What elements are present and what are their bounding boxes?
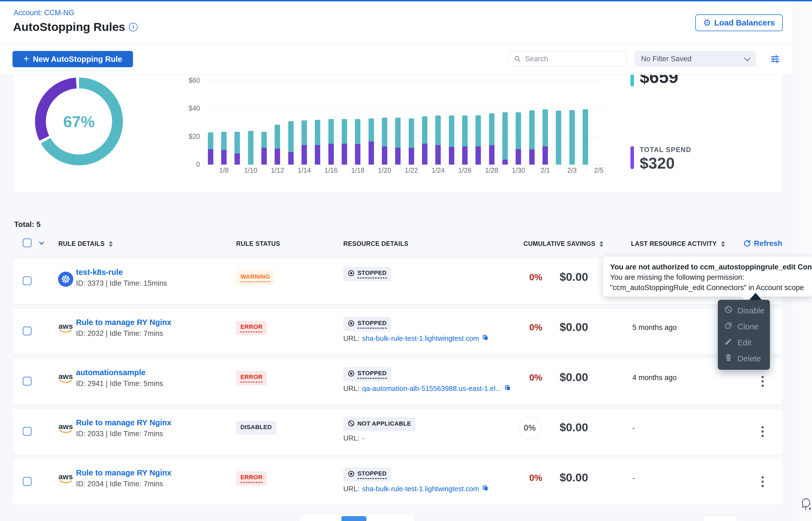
x-tick-label: 2/3 bbox=[561, 166, 583, 174]
sort-icon[interactable] bbox=[109, 241, 113, 247]
bar-spend bbox=[449, 147, 454, 164]
filter-sliders-icon[interactable] bbox=[770, 54, 780, 64]
pagination-current-page[interactable] bbox=[341, 516, 366, 521]
bar-savings bbox=[556, 111, 561, 164]
row-context-menu: DisableCloneEditDelete bbox=[718, 300, 770, 370]
context-menu-item-edit[interactable]: Edit bbox=[718, 335, 770, 350]
bar-savings bbox=[475, 115, 481, 146]
tooltip-line: "ccm_autoStoppingRule_edit Connectors" i… bbox=[610, 282, 812, 293]
context-menu-item-clone[interactable]: Clone bbox=[718, 318, 770, 335]
bar-savings bbox=[449, 115, 454, 147]
x-tick-label: 1/30 bbox=[508, 166, 529, 174]
x-tick-label: 1/22 bbox=[401, 166, 422, 174]
account-breadcrumb[interactable]: Account: CCM-NG bbox=[14, 9, 74, 17]
search-box bbox=[509, 51, 627, 67]
col-last-resource-activity[interactable]: LAST RESOURCE ACTIVITY bbox=[631, 240, 725, 248]
top-accent-line bbox=[0, 0, 812, 1]
bar-savings bbox=[261, 132, 267, 148]
copy-icon[interactable] bbox=[482, 484, 489, 493]
rule-name-link[interactable]: Rule to manage RY Nginx bbox=[76, 467, 171, 478]
refresh-button[interactable]: Refresh bbox=[743, 239, 782, 248]
rule-status-badge[interactable]: ERROR bbox=[236, 321, 267, 335]
row-checkbox[interactable] bbox=[23, 377, 31, 385]
y-tick-label: $40 bbox=[175, 104, 200, 112]
resource-url-link[interactable]: sha-bulk-rule-test-1.lightwingtest.com bbox=[362, 485, 479, 493]
row-checkbox[interactable] bbox=[23, 477, 31, 486]
content-area: 67% 0$20$40$60 1/81/101/121/141/161/181/… bbox=[0, 74, 792, 521]
bar-savings bbox=[221, 132, 227, 150]
bar-savings bbox=[395, 118, 401, 148]
rule-status-badge[interactable]: WARNING bbox=[236, 271, 274, 285]
page-header: Account: CCM-NG AutoStopping Rules i ⚙ L… bbox=[0, 1, 812, 44]
rule-name-link[interactable]: Rule to manage RY Nginx bbox=[76, 317, 171, 328]
copy-icon[interactable] bbox=[482, 334, 489, 343]
x-tick-label: 1/14 bbox=[293, 166, 315, 174]
donut-percentage: 67% bbox=[63, 113, 95, 131]
rule-name-link[interactable]: automationsample bbox=[76, 367, 163, 378]
bar-spend bbox=[542, 146, 548, 164]
aws-icon: aws bbox=[59, 423, 73, 433]
row-menu-kebab-icon[interactable] bbox=[757, 472, 768, 491]
saved-filter-select[interactable]: No Filter Saved bbox=[635, 51, 756, 67]
load-balancers-button[interactable]: ⚙ Load Balancers bbox=[695, 14, 783, 31]
bar-savings bbox=[288, 121, 294, 152]
url-label: URL: bbox=[343, 485, 359, 493]
row-checkbox[interactable] bbox=[23, 427, 31, 436]
context-menu-label: Disable bbox=[738, 306, 765, 315]
savings-percent: 0% bbox=[516, 322, 542, 333]
col-cumulative-savings[interactable]: CUMULATIVE SAVINGS bbox=[523, 240, 603, 248]
copy-icon[interactable] bbox=[504, 384, 511, 393]
aws-icon: aws bbox=[59, 373, 73, 383]
row-menu-kebab-icon[interactable] bbox=[757, 422, 768, 441]
bar-spend bbox=[529, 149, 535, 164]
summary-card: 67% 0$20$40$60 1/81/101/121/141/161/181/… bbox=[13, 74, 783, 193]
context-menu-item-delete[interactable]: Delete bbox=[718, 350, 770, 366]
resource-state-badge[interactable]: STOPPED bbox=[343, 317, 391, 331]
sort-icon[interactable] bbox=[599, 241, 603, 247]
table-header: RULE DETAILS RULE STATUS RESOURCE DETAIL… bbox=[13, 239, 783, 254]
bar-spend bbox=[208, 149, 213, 164]
gear-icon: ⚙ bbox=[703, 18, 711, 27]
resource-url-link[interactable]: - bbox=[362, 434, 364, 443]
y-axis: 0$20$40$60 bbox=[175, 75, 200, 178]
bar-savings bbox=[462, 115, 468, 146]
resource-state-badge[interactable]: STOPPED bbox=[343, 467, 391, 482]
bar-spend bbox=[368, 141, 374, 164]
row-menu-kebab-icon[interactable] bbox=[757, 372, 768, 391]
refresh-icon bbox=[743, 240, 751, 248]
savings-amount: $0.00 bbox=[542, 321, 588, 334]
rule-name-link[interactable]: test-k8s-rule bbox=[76, 267, 167, 277]
row-checkbox[interactable] bbox=[23, 276, 31, 285]
resource-state-badge[interactable]: STOPPED bbox=[343, 267, 391, 281]
select-all-checkbox[interactable] bbox=[23, 239, 31, 247]
rule-name-link[interactable]: Rule to manage RY Nginx bbox=[76, 417, 171, 428]
context-menu-item-disable[interactable]: Disable bbox=[718, 302, 770, 318]
table-row: awsRule to manage RY NginxID: 2032 | Idl… bbox=[13, 309, 783, 354]
search-input[interactable] bbox=[524, 54, 622, 63]
tooltip-line: You are not authorized to ccm_autostoppi… bbox=[610, 262, 812, 272]
savings-metric-bar bbox=[631, 74, 634, 87]
rule-status-badge[interactable]: ERROR bbox=[236, 371, 267, 385]
x-tick-label: 1/16 bbox=[320, 166, 342, 174]
pagination-page-size-button[interactable] bbox=[703, 516, 738, 521]
context-menu-caret bbox=[750, 293, 762, 300]
last-activity: - bbox=[632, 424, 635, 432]
chevron-down-icon[interactable] bbox=[38, 240, 45, 246]
row-checkbox[interactable] bbox=[23, 327, 31, 335]
stopped-icon bbox=[348, 320, 355, 329]
sort-icon[interactable] bbox=[721, 241, 725, 247]
x-tick-label: 1/28 bbox=[481, 166, 503, 174]
new-autostopping-rule-button[interactable]: + New AutoStopping Rule bbox=[13, 51, 133, 67]
resource-state-badge[interactable]: STOPPED bbox=[343, 367, 391, 381]
rule-status-badge[interactable]: DISABLED bbox=[236, 421, 276, 434]
rule-status-badge[interactable]: ERROR bbox=[236, 471, 267, 485]
col-rule-details[interactable]: RULE DETAILS bbox=[58, 240, 113, 248]
chat-bubble-icon[interactable] bbox=[799, 498, 812, 510]
total-count: Total: 5 bbox=[14, 220, 40, 229]
stopped-icon bbox=[348, 470, 355, 479]
resource-url-link[interactable]: sha-bulk-rule-test-1.lightwingtest.com bbox=[362, 334, 479, 343]
bar-savings bbox=[569, 110, 575, 165]
resource-url-link[interactable]: qa-automation-alb-515563988.us-east-1.el… bbox=[362, 384, 501, 393]
info-icon[interactable]: i bbox=[129, 23, 137, 31]
resource-state-badge[interactable]: NOT APPLICABLE bbox=[343, 417, 415, 431]
